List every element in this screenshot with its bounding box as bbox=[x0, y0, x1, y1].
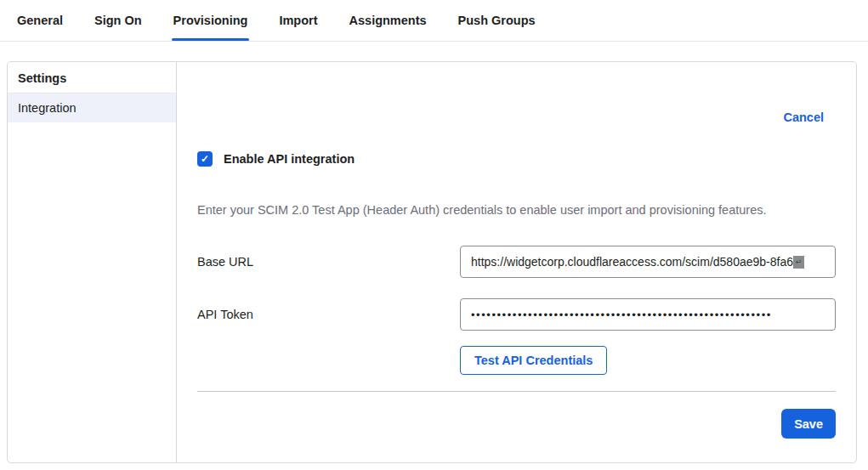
api-token-row: API Token ••••••••••••••••••••••••••••••… bbox=[197, 298, 836, 331]
api-token-label: API Token bbox=[197, 308, 460, 321]
hidden-character-icon: ↵ bbox=[793, 256, 804, 269]
app-tab-bar: General Sign On Provisioning Import Assi… bbox=[0, 0, 868, 42]
enable-api-checkbox[interactable]: ✓ bbox=[197, 151, 213, 167]
test-api-credentials-button[interactable]: Test API Credentials bbox=[460, 346, 607, 375]
api-token-input[interactable]: ••••••••••••••••••••••••••••••••••••••••… bbox=[460, 298, 836, 331]
provisioning-panel: Settings Integration Cancel ✓ Enable API… bbox=[7, 61, 857, 463]
base-url-input[interactable]: https://widgetcorp.cloudflareaccess.com/… bbox=[460, 246, 836, 278]
credentials-description: Enter your SCIM 2.0 Test App (Header Aut… bbox=[197, 203, 836, 217]
tab-provisioning[interactable]: Provisioning bbox=[173, 0, 249, 41]
tab-general[interactable]: General bbox=[16, 0, 64, 41]
base-url-value: https://widgetcorp.cloudflareaccess.com/… bbox=[471, 255, 793, 269]
enable-api-label: Enable API integration bbox=[224, 152, 355, 166]
base-url-row: Base URL https://widgetcorp.cloudflareac… bbox=[197, 246, 836, 278]
test-credentials-row: Test API Credentials bbox=[197, 346, 836, 375]
integration-settings-form: Cancel ✓ Enable API integration Enter yo… bbox=[177, 62, 856, 462]
api-token-masked-value: ••••••••••••••••••••••••••••••••••••••••… bbox=[471, 309, 772, 321]
tab-assignments[interactable]: Assignments bbox=[349, 0, 428, 41]
base-url-label: Base URL bbox=[197, 255, 460, 269]
save-button[interactable]: Save bbox=[781, 409, 836, 439]
settings-sidebar: Settings Integration bbox=[8, 62, 177, 462]
checkmark-icon: ✓ bbox=[201, 153, 209, 165]
tab-sign-on[interactable]: Sign On bbox=[94, 0, 143, 41]
tab-import[interactable]: Import bbox=[278, 0, 318, 41]
form-divider bbox=[197, 391, 836, 392]
cancel-link[interactable]: Cancel bbox=[783, 110, 824, 124]
save-row: Save bbox=[197, 409, 836, 439]
enable-api-row: ✓ Enable API integration bbox=[197, 151, 836, 167]
cancel-row: Cancel bbox=[197, 110, 836, 125]
tab-push-groups[interactable]: Push Groups bbox=[457, 0, 536, 41]
sidebar-item-integration[interactable]: Integration bbox=[8, 93, 176, 122]
sidebar-header-settings: Settings bbox=[8, 62, 176, 93]
